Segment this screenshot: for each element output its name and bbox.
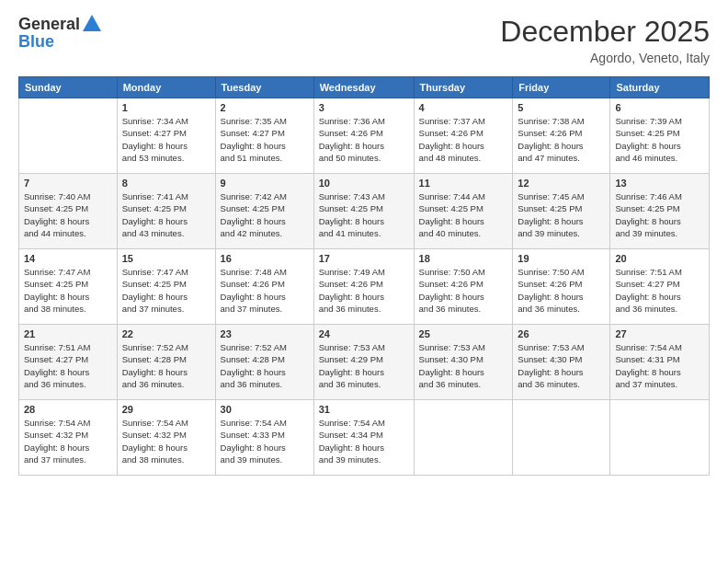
day-number: 20	[615, 253, 704, 264]
day-info: Sunrise: 7:51 AM Sunset: 4:27 PM Dayligh…	[615, 266, 704, 315]
calendar-cell: 25Sunrise: 7:53 AM Sunset: 4:30 PM Dayli…	[414, 325, 513, 400]
calendar-cell: 14Sunrise: 7:47 AM Sunset: 4:25 PM Dayli…	[19, 249, 118, 325]
calendar-week-row: 28Sunrise: 7:54 AM Sunset: 4:32 PM Dayli…	[19, 400, 710, 476]
day-info: Sunrise: 7:54 AM Sunset: 4:31 PM Dayligh…	[615, 341, 704, 390]
day-number: 29	[122, 404, 210, 415]
day-number: 9	[221, 178, 309, 189]
day-info: Sunrise: 7:52 AM Sunset: 4:28 PM Dayligh…	[221, 341, 309, 390]
day-number: 23	[221, 328, 309, 339]
day-number: 4	[419, 102, 508, 113]
calendar-cell: 26Sunrise: 7:53 AM Sunset: 4:30 PM Dayli…	[513, 325, 610, 400]
day-number: 14	[24, 253, 112, 264]
header: General Blue December 2025 Agordo, Venet…	[18, 15, 710, 65]
page: General Blue December 2025 Agordo, Venet…	[0, 0, 728, 563]
logo-top: General	[18, 15, 101, 34]
day-info: Sunrise: 7:46 AM Sunset: 4:25 PM Dayligh…	[615, 190, 704, 239]
day-info: Sunrise: 7:36 AM Sunset: 4:26 PM Dayligh…	[319, 115, 409, 164]
logo-general-text: General	[18, 15, 80, 34]
day-number: 6	[615, 102, 704, 113]
calendar-cell: 13Sunrise: 7:46 AM Sunset: 4:25 PM Dayli…	[610, 174, 710, 249]
calendar-cell: 18Sunrise: 7:50 AM Sunset: 4:26 PM Dayli…	[414, 249, 513, 325]
day-info: Sunrise: 7:52 AM Sunset: 4:28 PM Dayligh…	[122, 341, 210, 390]
day-info: Sunrise: 7:50 AM Sunset: 4:26 PM Dayligh…	[419, 266, 508, 315]
calendar-week-row: 7Sunrise: 7:40 AM Sunset: 4:25 PM Daylig…	[19, 174, 710, 249]
calendar-cell: 9Sunrise: 7:42 AM Sunset: 4:25 PM Daylig…	[215, 174, 313, 249]
day-info: Sunrise: 7:35 AM Sunset: 4:27 PM Dayligh…	[221, 115, 309, 164]
calendar-week-row: 21Sunrise: 7:51 AM Sunset: 4:27 PM Dayli…	[19, 325, 710, 400]
day-number: 25	[419, 328, 508, 339]
day-info: Sunrise: 7:47 AM Sunset: 4:25 PM Dayligh…	[24, 266, 112, 315]
day-info: Sunrise: 7:50 AM Sunset: 4:26 PM Dayligh…	[518, 266, 605, 315]
day-info: Sunrise: 7:43 AM Sunset: 4:25 PM Dayligh…	[319, 190, 409, 239]
day-number: 3	[319, 102, 409, 113]
day-info: Sunrise: 7:39 AM Sunset: 4:25 PM Dayligh…	[615, 115, 704, 164]
calendar-cell: 19Sunrise: 7:50 AM Sunset: 4:26 PM Dayli…	[513, 249, 610, 325]
calendar-cell: 29Sunrise: 7:54 AM Sunset: 4:32 PM Dayli…	[117, 400, 215, 476]
logo: General Blue	[18, 15, 101, 52]
calendar-cell: 20Sunrise: 7:51 AM Sunset: 4:27 PM Dayli…	[610, 249, 710, 325]
calendar-cell: 1Sunrise: 7:34 AM Sunset: 4:27 PM Daylig…	[117, 98, 215, 174]
day-number: 17	[319, 253, 409, 264]
day-info: Sunrise: 7:37 AM Sunset: 4:26 PM Dayligh…	[419, 115, 508, 164]
calendar-day-header: Tuesday	[215, 77, 313, 98]
calendar-day-header: Wednesday	[313, 77, 414, 98]
day-number: 22	[122, 328, 210, 339]
day-number: 19	[518, 253, 605, 264]
day-number: 10	[319, 178, 409, 189]
calendar-cell: 4Sunrise: 7:37 AM Sunset: 4:26 PM Daylig…	[414, 98, 513, 174]
calendar-table: SundayMondayTuesdayWednesdayThursdayFrid…	[18, 76, 710, 476]
day-info: Sunrise: 7:44 AM Sunset: 4:25 PM Dayligh…	[419, 190, 508, 239]
day-number: 26	[518, 328, 605, 339]
calendar-cell: 6Sunrise: 7:39 AM Sunset: 4:25 PM Daylig…	[610, 98, 710, 174]
day-info: Sunrise: 7:41 AM Sunset: 4:25 PM Dayligh…	[122, 190, 210, 239]
day-info: Sunrise: 7:42 AM Sunset: 4:25 PM Dayligh…	[221, 190, 309, 239]
day-info: Sunrise: 7:38 AM Sunset: 4:26 PM Dayligh…	[518, 115, 605, 164]
day-info: Sunrise: 7:40 AM Sunset: 4:25 PM Dayligh…	[24, 190, 112, 239]
calendar-cell	[414, 400, 513, 476]
day-number: 12	[518, 178, 605, 189]
location-title: Agordo, Veneto, Italy	[500, 51, 710, 65]
calendar-cell: 10Sunrise: 7:43 AM Sunset: 4:25 PM Dayli…	[313, 174, 414, 249]
calendar-cell: 7Sunrise: 7:40 AM Sunset: 4:25 PM Daylig…	[19, 174, 118, 249]
calendar-body: 1Sunrise: 7:34 AM Sunset: 4:27 PM Daylig…	[19, 98, 710, 476]
day-number: 31	[319, 404, 409, 415]
calendar-cell: 23Sunrise: 7:52 AM Sunset: 4:28 PM Dayli…	[215, 325, 313, 400]
day-info: Sunrise: 7:54 AM Sunset: 4:34 PM Dayligh…	[319, 417, 409, 465]
calendar-cell: 5Sunrise: 7:38 AM Sunset: 4:26 PM Daylig…	[513, 98, 610, 174]
calendar-cell: 17Sunrise: 7:49 AM Sunset: 4:26 PM Dayli…	[313, 249, 414, 325]
day-number: 27	[615, 328, 704, 339]
day-info: Sunrise: 7:49 AM Sunset: 4:26 PM Dayligh…	[319, 266, 409, 315]
calendar-day-header: Thursday	[414, 77, 513, 98]
day-number: 8	[122, 178, 210, 189]
day-info: Sunrise: 7:54 AM Sunset: 4:33 PM Dayligh…	[221, 417, 309, 465]
day-info: Sunrise: 7:53 AM Sunset: 4:30 PM Dayligh…	[518, 341, 605, 390]
day-info: Sunrise: 7:51 AM Sunset: 4:27 PM Dayligh…	[24, 341, 112, 390]
day-number: 13	[615, 178, 704, 189]
calendar-cell: 27Sunrise: 7:54 AM Sunset: 4:31 PM Dayli…	[610, 325, 710, 400]
calendar-cell: 28Sunrise: 7:54 AM Sunset: 4:32 PM Dayli…	[19, 400, 118, 476]
day-number: 30	[221, 404, 309, 415]
day-info: Sunrise: 7:34 AM Sunset: 4:27 PM Dayligh…	[122, 115, 210, 164]
day-info: Sunrise: 7:54 AM Sunset: 4:32 PM Dayligh…	[24, 417, 112, 465]
day-info: Sunrise: 7:53 AM Sunset: 4:30 PM Dayligh…	[419, 341, 508, 390]
calendar-header-row: SundayMondayTuesdayWednesdayThursdayFrid…	[19, 77, 710, 98]
day-number: 16	[221, 253, 309, 264]
title-block: December 2025 Agordo, Veneto, Italy	[500, 15, 710, 65]
day-number: 18	[419, 253, 508, 264]
day-number: 24	[319, 328, 409, 339]
calendar-day-header: Sunday	[19, 77, 118, 98]
calendar-cell	[610, 400, 710, 476]
logo-blue-text: Blue	[18, 32, 54, 52]
calendar-day-header: Friday	[513, 77, 610, 98]
calendar-week-row: 14Sunrise: 7:47 AM Sunset: 4:25 PM Dayli…	[19, 249, 710, 325]
month-title: December 2025	[500, 15, 710, 49]
calendar-cell: 15Sunrise: 7:47 AM Sunset: 4:25 PM Dayli…	[117, 249, 215, 325]
logo-triangle-icon	[83, 15, 101, 31]
day-info: Sunrise: 7:48 AM Sunset: 4:26 PM Dayligh…	[221, 266, 309, 315]
calendar-cell: 11Sunrise: 7:44 AM Sunset: 4:25 PM Dayli…	[414, 174, 513, 249]
day-info: Sunrise: 7:45 AM Sunset: 4:25 PM Dayligh…	[518, 190, 605, 239]
calendar-cell: 16Sunrise: 7:48 AM Sunset: 4:26 PM Dayli…	[215, 249, 313, 325]
calendar-cell: 2Sunrise: 7:35 AM Sunset: 4:27 PM Daylig…	[215, 98, 313, 174]
calendar-day-header: Saturday	[610, 77, 710, 98]
calendar-cell	[513, 400, 610, 476]
